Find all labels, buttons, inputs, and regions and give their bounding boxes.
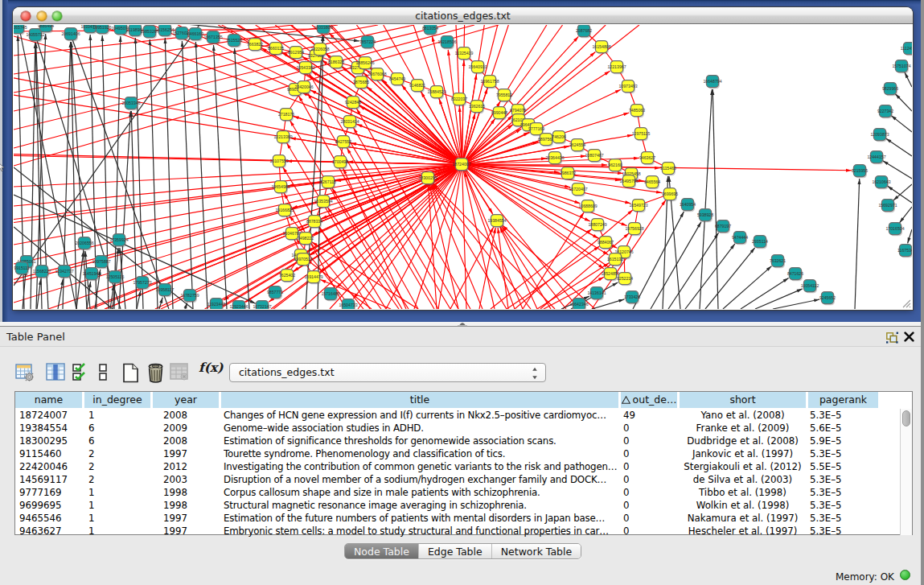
graph-node[interactable]: 7485063 <box>629 105 645 118</box>
graph-node[interactable]: 8215955 <box>852 165 868 179</box>
memory-status-indicator[interactable] <box>900 570 910 580</box>
graph-node[interactable]: 9242848 <box>345 97 361 110</box>
graph-node[interactable]: 746206 <box>552 131 566 145</box>
table-row[interactable]: 946362711997Embryonic stem cells: a mode… <box>15 525 912 538</box>
graph-node[interactable]: 9252214 <box>617 273 633 286</box>
network-graph[interactable]: 1626574514055712988649420691406103347701… <box>14 25 912 309</box>
graph-node[interactable]: 9857771 <box>267 286 283 300</box>
graph-node[interactable]: 8427552 <box>335 136 351 150</box>
graph-node[interactable]: 8454749 <box>389 73 405 87</box>
graph-node[interactable]: 8471626 <box>787 268 803 282</box>
tab-node-table[interactable]: Node Table <box>345 544 419 558</box>
graph-node[interactable]: 16033809 <box>314 25 332 35</box>
column-header-title[interactable]: title <box>221 392 618 408</box>
graph-node[interactable]: 1640954 <box>680 199 696 212</box>
node-table[interactable]: namein_degreeyeartitleout_de…shortpagera… <box>14 391 913 535</box>
column-header-short[interactable]: short <box>680 392 806 408</box>
table-row[interactable]: 1456911722003Disruption of a novel membe… <box>15 473 912 486</box>
graph-node[interactable]: 8990448 <box>491 107 507 121</box>
column-header-year[interactable]: year <box>153 392 219 408</box>
graph-node[interactable]: 15692971 <box>878 200 897 213</box>
graph-node[interactable]: 12975115 <box>632 128 651 142</box>
graph-node[interactable]: 962160 <box>608 159 622 173</box>
graph-node[interactable]: 15640910 <box>468 61 487 75</box>
graph-node[interactable]: 10688609 <box>578 200 597 214</box>
graph-node[interactable]: 9915111 <box>14 262 30 276</box>
graph-node[interactable]: 9884067 <box>598 237 614 250</box>
graph-node[interactable]: 11568227 <box>33 266 51 279</box>
vertical-scrollbar[interactable] <box>900 409 912 535</box>
graph-node[interactable]: 19654985 <box>271 181 290 195</box>
graph-node[interactable]: 28031414 <box>340 116 359 130</box>
graph-node[interactable]: 20206556 <box>75 237 93 251</box>
table-row[interactable]: 969969511998Structural magnetic resonanc… <box>15 499 912 512</box>
graph-node[interactable]: 10958117 <box>156 284 175 298</box>
graph-node[interactable]: 9474444 <box>732 232 748 245</box>
graph-node[interactable]: 10975887 <box>92 256 110 270</box>
graph-node[interactable]: 7632621 <box>770 255 786 269</box>
table-row[interactable]: 2242004622012Investigating the contribut… <box>15 460 912 473</box>
cells-icon[interactable] <box>98 363 108 382</box>
graph-node[interactable]: 6879197 <box>715 220 731 234</box>
graph-node[interactable]: 12213389 <box>273 131 292 145</box>
graph-node[interactable]: 15720407 <box>569 183 587 197</box>
graph-node[interactable]: 7515526 <box>226 35 242 48</box>
graph-node[interactable]: 9465564 <box>644 176 660 190</box>
graph-node[interactable]: 8813054 <box>422 25 438 35</box>
graph-node[interactable]: 12093873 <box>870 129 889 142</box>
graph-node[interactable]: 20691406 <box>61 28 80 42</box>
table-row[interactable]: 1872400712008Changes of HCN gene express… <box>15 409 912 422</box>
graph-node[interactable]: 16156254 <box>155 25 174 37</box>
graph-node[interactable]: 12342737 <box>55 266 73 279</box>
graph-node[interactable]: 1733426 <box>624 291 640 305</box>
graph-node[interactable]: 16210643 <box>872 176 890 190</box>
graph-node[interactable]: 17016504 <box>885 223 904 237</box>
graph-node[interactable]: 9463627 <box>639 152 655 166</box>
tab-network-table[interactable]: Network Table <box>492 544 581 558</box>
new-document-icon[interactable] <box>122 363 139 383</box>
graph-node[interactable]: 9227342 <box>877 105 893 119</box>
graph-node[interactable]: 16961758 <box>480 76 499 89</box>
graph-node[interactable]: 8186328 <box>328 56 344 70</box>
table-settings-icon[interactable] <box>15 363 35 382</box>
graph-node[interactable]: 15884520 <box>427 86 446 100</box>
graph-node[interactable]: 1362615 <box>469 101 485 114</box>
graph-node[interactable]: 7625402 <box>279 270 295 283</box>
close-panel-icon[interactable] <box>904 332 914 342</box>
graph-node[interactable]: 15751074 <box>892 60 910 74</box>
column-header-in_degree[interactable]: in_degree <box>84 392 150 408</box>
graph-node[interactable]: 9699695 <box>662 188 678 202</box>
graph-node[interactable]: 11923448 <box>207 299 226 310</box>
row-select-icon[interactable] <box>72 363 88 382</box>
graph-node[interactable]: 11124571 <box>901 43 912 56</box>
graph-node[interactable]: 2087682 <box>576 25 592 38</box>
table-row[interactable]: 1938455462009Genome–wide association stu… <box>15 422 912 435</box>
graph-node[interactable]: 1167534 <box>897 245 912 258</box>
graph-node[interactable]: 9245652 <box>819 292 836 306</box>
tab-edge-table[interactable]: Edge Table <box>419 544 492 558</box>
graph-node[interactable]: 16648794 <box>703 76 721 89</box>
graph-node[interactable]: 5938928 <box>697 209 713 223</box>
column-header-name[interactable]: name <box>15 392 82 408</box>
column-header-out_de[interactable]: out_de… <box>621 392 677 408</box>
column-header-pagerank[interactable]: pagerank <box>808 392 878 408</box>
graph-node[interactable]: 3624554 <box>569 139 585 153</box>
graph-node[interactable]: 9115460 <box>660 163 676 176</box>
network-window-titlebar[interactable]: citations_edges.txt <box>13 7 913 24</box>
column-select-icon[interactable] <box>46 363 65 381</box>
table-row[interactable]: 911546021997Tourette syndrome. Phenomeno… <box>15 447 912 460</box>
graph-node[interactable]: 20364436 <box>545 152 564 166</box>
graph-node[interactable]: 10973493 <box>618 80 637 94</box>
graph-node[interactable]: 7857224 <box>359 36 376 50</box>
resize-grip-icon[interactable] <box>900 297 911 308</box>
table-row[interactable]: 1830029562008Estimation of significance … <box>15 435 912 447</box>
graph-node[interactable]: 8322037 <box>451 93 467 107</box>
graph-node[interactable]: 12213967 <box>607 61 626 75</box>
graph-node[interactable]: 10107553 <box>269 155 288 169</box>
graph-node[interactable]: 10054112 <box>801 280 819 294</box>
graph-node[interactable]: 7955812 <box>496 89 512 103</box>
import-table-disabled-icon[interactable] <box>170 363 188 381</box>
graph-node[interactable]: 2935114 <box>752 236 768 249</box>
float-panel-icon[interactable] <box>886 332 898 344</box>
table-row[interactable]: 977716911998Corpus callosum shape and si… <box>15 486 912 499</box>
